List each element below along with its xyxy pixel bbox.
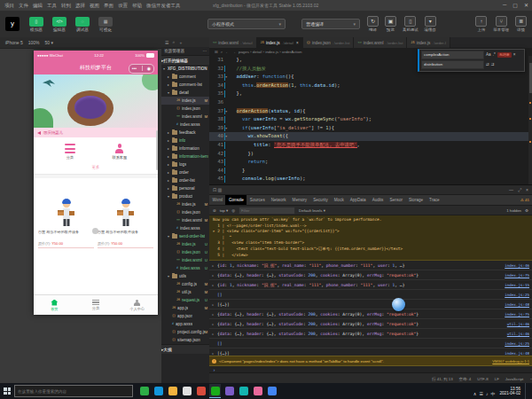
user-avatar[interactable]: y: [5, 17, 20, 31]
editor-tab[interactable]: {}index.json..\order-list: [303, 37, 355, 48]
tree-item[interactable]: {}sitemap.json: [161, 336, 209, 344]
devtools-tab-appdata[interactable]: AppData: [347, 195, 369, 205]
menu-item[interactable]: 项目: [4, 3, 14, 9]
console-log-row[interactable]: ▸[{…}]index.js:48: [209, 348, 532, 356]
search-icon[interactable]: ⌕: [221, 50, 223, 54]
taskbar-app-icon[interactable]: [238, 384, 249, 398]
product-card[interactable]: 自营 相当不错的取件设备 原价(¥): ¥50.00: [38, 182, 94, 248]
console-log-row[interactable]: ▸[{…}]index.js:48: [209, 300, 532, 309]
tree-item[interactable]: ▾product: [161, 192, 209, 200]
action-清缓存[interactable]: ▾清缓存: [425, 16, 436, 32]
menu-item[interactable]: 界面: [104, 3, 113, 9]
notice-bar[interactable]: 国庆特惠儿: [34, 128, 158, 137]
action-上传[interactable]: ↑上传: [475, 16, 487, 32]
action-icon[interactable]: ▯: [404, 16, 416, 27]
tree-item[interactable]: ▸information-item: [161, 153, 209, 160]
code-line[interactable]: 45 console.log(userInfo);: [209, 175, 532, 184]
tree-item[interactable]: <>index.wxmlM: [161, 113, 209, 121]
tree-item[interactable]: JSindex.jsU: [161, 240, 209, 248]
devtools-tab-network[interactable]: Network: [268, 195, 289, 205]
devtools-tab-memory[interactable]: Memory: [289, 195, 310, 205]
more-dots-icon[interactable]: •••: [132, 65, 137, 72]
code-line[interactable]: 41 title: '您不是骑手不能接单配送, 去申请吧',: [209, 141, 532, 150]
menu-item[interactable]: 帮助: [132, 3, 142, 9]
action-icon[interactable]: ↻: [367, 16, 379, 27]
tree-item[interactable]: JSconfig.jsM: [161, 280, 209, 288]
editor-tab[interactable]: JSindex.js..\detail×: [257, 37, 303, 48]
menu-item[interactable]: 编辑: [33, 3, 43, 9]
editor-tab[interactable]: <>index.wxml..\detail: [209, 37, 257, 48]
tree-item[interactable]: #index.wxssU: [161, 264, 209, 272]
device-selector[interactable]: iPhone 5: [5, 40, 23, 45]
split-icon[interactable]: ⊞: [215, 50, 218, 54]
tree-item[interactable]: {}project.config.jsonM: [161, 328, 209, 336]
taskbar-app-icon[interactable]: [252, 384, 263, 398]
status-item[interactable]: UTF-8: [477, 377, 488, 381]
regex-icon[interactable]: .*: [493, 52, 496, 57]
toggle-button[interactable]: ◌: [75, 17, 90, 27]
taskbar-app-icon[interactable]: [153, 384, 164, 398]
outline-section[interactable]: ▸ 大纲: [161, 344, 209, 354]
source-link[interactable]: index.js:75: [505, 273, 529, 278]
editor-tab[interactable]: JSindex.js..\order-l: [407, 37, 450, 48]
source-link[interactable]: index.js:25: [505, 293, 529, 297]
tree-item[interactable]: ▸order-list: [161, 176, 209, 184]
taskbar-search-input[interactable]: [14, 385, 133, 397]
source-link[interactable]: VM367 asdebug.js:1:1: [492, 359, 529, 364]
tray-icon[interactable]: ∧: [473, 391, 477, 396]
tree-item[interactable]: {}index.json: [161, 208, 209, 216]
tree-item[interactable]: ▸logs: [161, 160, 209, 168]
capsule-menu[interactable]: ••• ◉: [129, 64, 154, 74]
close-button[interactable]: ✕: [524, 2, 528, 8]
code-line[interactable]: 43 return;: [209, 158, 532, 167]
tree-item[interactable]: ▾XFG_DISTRIBUTION: [161, 65, 209, 73]
tab-home[interactable]: 首页: [34, 295, 75, 315]
popout-icon[interactable]: ⤢: [518, 187, 521, 193]
network-selector[interactable]: 50 ▾: [45, 40, 53, 45]
status-item[interactable]: 行 41, 列 13: [432, 377, 452, 381]
tree-item[interactable]: JSindex.jsM: [161, 200, 209, 208]
product-card[interactable]: 自营 相当不错的取件设备 原价(¥): ¥50.00: [98, 182, 153, 248]
code-line[interactable]: 38 var userInfo = wx.getStorageSync("use…: [209, 115, 532, 124]
open-editors-section[interactable]: ▸ 打开的编辑器: [161, 55, 209, 65]
code-line[interactable]: 33▾ addUser: function(){: [209, 73, 532, 82]
action-icon[interactable]: ⑂: [496, 16, 507, 27]
toggle-模拟器[interactable]: ▯模拟器: [27, 17, 46, 32]
tree-item[interactable]: #index.wxss: [161, 121, 209, 129]
toggle-button[interactable]: ▦: [98, 17, 113, 27]
back-icon[interactable]: ←: [225, 50, 229, 54]
tab-profile[interactable]: 个人中心: [116, 295, 158, 315]
new-file-icon[interactable]: ＋: [178, 40, 183, 45]
tree-item[interactable]: JSapp.jsM: [161, 304, 209, 312]
status-item[interactable]: JavaScript: [505, 377, 524, 381]
tree-item[interactable]: ▾send-order-list: [161, 232, 209, 240]
editor-scrollbar[interactable]: [528, 56, 532, 184]
action-预览[interactable]: ▣预览: [385, 16, 396, 32]
source-link[interactable]: index.js:25: [505, 341, 529, 346]
tree-item[interactable]: ▸personal: [161, 184, 209, 192]
inspect-icon[interactable]: ⊡: [213, 187, 216, 192]
tree-item[interactable]: <>index.wxmlM: [161, 216, 209, 224]
code-editor[interactable]: 31 },32 //接人员触发33▾ addUser: function(){3…: [209, 56, 532, 184]
code-line[interactable]: 44 }: [209, 167, 532, 176]
scrollbar-thumb[interactable]: [529, 63, 532, 93]
tree-item[interactable]: ▸info: [161, 137, 209, 145]
forward-icon[interactable]: →: [232, 50, 236, 54]
component-warning-row[interactable]: ! <Component "pages/index/index"> does n…: [209, 356, 532, 366]
tree-item[interactable]: <>index.wxmlU: [161, 256, 209, 264]
compile-mode-dropdown[interactable]: 普通编译 ▾: [301, 19, 360, 29]
tree-item[interactable]: {}app.json: [161, 312, 209, 320]
menu-item[interactable]: 设置: [118, 3, 128, 9]
action-详情[interactable]: ≣详情: [515, 16, 527, 32]
tree-item[interactable]: JSutil.jsM: [161, 288, 209, 296]
tree-item[interactable]: JSrequest.jsU: [161, 296, 209, 304]
toggle-button[interactable]: </>: [52, 17, 66, 27]
source-link[interactable]: index.js:75: [505, 312, 529, 317]
action-icon[interactable]: ▣: [385, 16, 396, 27]
console-log-row[interactable]: ▸{data: {…}, header: {…}, statusCode: 20…: [209, 319, 532, 329]
console-log-row[interactable]: []index.js:25: [209, 339, 532, 348]
editor-tab[interactable]: <>index.wxml..\order-list: [354, 37, 407, 48]
wxkey-warning-block[interactable]: Now you can provide attr `wx:key` for a …: [209, 215, 532, 261]
console-log-row[interactable]: ▸{data: {…}, header: {…}, statusCode: 20…: [209, 270, 532, 280]
code-line[interactable]: 36: [209, 98, 532, 107]
